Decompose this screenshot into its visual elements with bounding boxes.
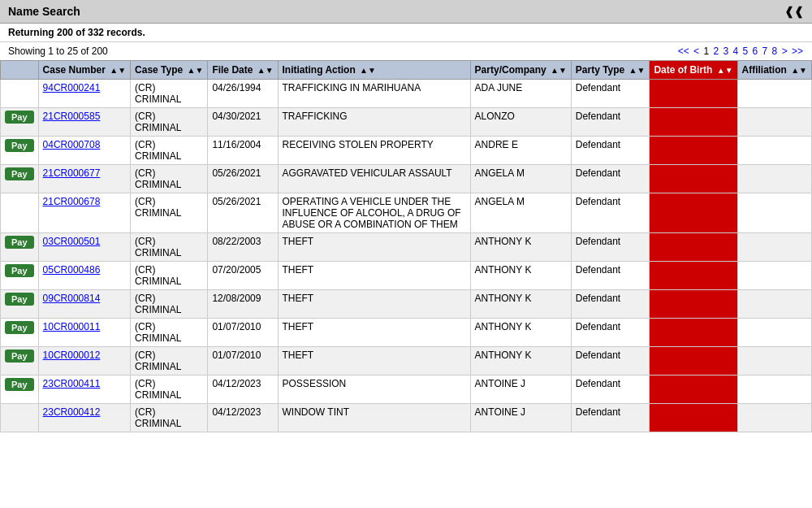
page-8[interactable]: 8 <box>772 46 778 57</box>
title-bar: Name Search ❰❰ <box>0 0 812 24</box>
case-type-sort[interactable]: ▲▼ <box>188 66 204 75</box>
table-row: Pay04CR000708(CR)CRIMINAL11/16/2004RECEI… <box>1 137 812 165</box>
page-first[interactable]: << <box>678 46 689 57</box>
page-last[interactable]: >> <box>792 46 803 57</box>
case-number-link[interactable]: 21CR000677 <box>43 167 101 179</box>
initiating-action-cell: THEFT <box>278 233 470 262</box>
action-cell: Pay <box>1 233 39 262</box>
action-cell <box>1 80 39 108</box>
dob-cell <box>650 233 737 262</box>
party-type-cell: Defendant <box>571 80 650 108</box>
initiating-action-cell: THEFT <box>278 262 470 290</box>
case-number-cell: 04CR000708 <box>38 137 131 165</box>
initiating-action-cell: TRAFFICKING <box>278 108 470 137</box>
affiliation-cell <box>737 262 811 290</box>
action-cell: Pay <box>1 262 39 290</box>
affiliation-sort[interactable]: ▲▼ <box>791 66 807 75</box>
pay-button[interactable]: Pay <box>5 236 34 249</box>
table-row: Pay10CR000012(CR)CRIMINAL01/07/2010THEFT… <box>1 347 812 376</box>
col-header-case-number[interactable]: Case Number ▲▼ <box>38 61 131 80</box>
page-7[interactable]: 7 <box>762 46 768 57</box>
showing-text: Showing 1 to 25 of 200 <box>8 46 108 57</box>
file-date-cell: 01/07/2010 <box>208 347 278 376</box>
case-type-cell: (CR)CRIMINAL <box>131 108 208 137</box>
dob-cell <box>650 319 737 347</box>
action-cell <box>1 404 39 432</box>
col-header-case-type[interactable]: Case Type ▲▼ <box>131 61 208 80</box>
action-cell: Pay <box>1 319 39 347</box>
col-header-affiliation[interactable]: Affiliation ▲▼ <box>737 61 811 80</box>
col-header-file-date[interactable]: File Date ▲▼ <box>208 61 278 80</box>
file-date-cell: 04/12/2023 <box>208 376 278 404</box>
page-6[interactable]: 6 <box>753 46 758 57</box>
party-type-cell: Defendant <box>571 319 650 347</box>
table-row: 94CR000241(CR)CRIMINAL04/26/1994TRAFFICK… <box>1 80 812 108</box>
pay-button[interactable]: Pay <box>5 378 34 391</box>
pay-button[interactable]: Pay <box>5 167 34 180</box>
case-number-link[interactable]: 94CR000241 <box>43 82 101 93</box>
party-cell: ANTHONY K <box>470 347 571 376</box>
dob-cell <box>650 137 737 165</box>
pay-button[interactable]: Pay <box>5 139 34 152</box>
affiliation-cell <box>737 108 811 137</box>
party-cell: ANTOINE J <box>470 376 571 404</box>
party-type-cell: Defendant <box>571 404 650 432</box>
page-3[interactable]: 3 <box>723 46 728 57</box>
party-cell: ANTOINE J <box>470 404 571 432</box>
case-number-link[interactable]: 10CR000011 <box>43 321 101 332</box>
case-number-cell: 10CR000012 <box>38 347 131 376</box>
results-table: Case Number ▲▼ Case Type ▲▼ File Date ▲▼… <box>0 60 812 432</box>
file-date-cell: 04/30/2021 <box>208 108 278 137</box>
pay-button[interactable]: Pay <box>5 321 34 334</box>
case-number-link[interactable]: 10CR000012 <box>43 350 101 361</box>
dob-cell <box>650 290 737 319</box>
case-type-cell: (CR)CRIMINAL <box>131 404 208 432</box>
page-2[interactable]: 2 <box>713 46 719 57</box>
col-header-party-type[interactable]: Party Type ▲▼ <box>571 61 650 80</box>
expand-icon[interactable]: ❰❰ <box>784 5 804 18</box>
pay-button[interactable]: Pay <box>5 264 34 277</box>
dob-cell <box>650 80 737 108</box>
case-number-link[interactable]: 23CR000412 <box>43 406 101 418</box>
table-row: Pay10CR000011(CR)CRIMINAL01/07/2010THEFT… <box>1 319 812 347</box>
affiliation-cell <box>737 319 811 347</box>
page-prev[interactable]: < <box>693 46 699 57</box>
action-cell: Pay <box>1 137 39 165</box>
dob-sort[interactable]: ▲▼ <box>717 66 733 75</box>
case-number-cell: 21CR000677 <box>38 165 131 193</box>
party-type-sort[interactable]: ▲▼ <box>629 66 646 75</box>
initiating-sort[interactable]: ▲▼ <box>360 66 376 75</box>
col-header-dob[interactable]: Date of Birth ▲▼ <box>650 61 737 80</box>
page-4[interactable]: 4 <box>732 46 738 57</box>
party-sort[interactable]: ▲▼ <box>551 66 567 75</box>
affiliation-cell <box>737 233 811 262</box>
case-number-link[interactable]: 03CR000501 <box>43 236 101 247</box>
case-type-cell: (CR)CRIMINAL <box>131 137 208 165</box>
case-number-link[interactable]: 05CR000486 <box>43 264 101 276</box>
file-date-sort[interactable]: ▲▼ <box>257 66 274 75</box>
case-number-cell: 21CR000678 <box>38 193 131 233</box>
initiating-action-cell: THEFT <box>278 347 470 376</box>
file-date-cell: 11/16/2004 <box>208 137 278 165</box>
case-number-link[interactable]: 23CR000411 <box>43 378 101 389</box>
summary-text: Returning 200 of 332 records. <box>8 27 145 38</box>
case-number-sort[interactable]: ▲▼ <box>110 66 126 75</box>
col-header-initiating[interactable]: Initiating Action ▲▼ <box>278 61 470 80</box>
case-number-link[interactable]: 21CR000585 <box>43 111 101 122</box>
dob-cell <box>650 108 737 137</box>
case-type-cell: (CR)CRIMINAL <box>131 80 208 108</box>
pay-button[interactable]: Pay <box>5 350 34 363</box>
pay-button[interactable]: Pay <box>5 111 34 124</box>
page-5[interactable]: 5 <box>743 46 749 57</box>
pagination-top: Showing 1 to 25 of 200 << < 1 2 3 4 5 6 … <box>0 42 812 60</box>
col-header-party[interactable]: Party/Company ▲▼ <box>470 61 571 80</box>
initiating-action-cell: WINDOW TINT <box>278 404 470 432</box>
case-number-link[interactable]: 04CR000708 <box>43 139 101 150</box>
dob-cell <box>650 376 737 404</box>
case-number-link[interactable]: 09CR000814 <box>43 293 101 304</box>
pay-button[interactable]: Pay <box>5 293 34 306</box>
page-next[interactable]: > <box>782 46 788 57</box>
affiliation-cell <box>737 347 811 376</box>
case-number-link[interactable]: 21CR000678 <box>43 196 101 207</box>
table-row: Pay05CR000486(CR)CRIMINAL07/20/2005THEFT… <box>1 262 812 290</box>
